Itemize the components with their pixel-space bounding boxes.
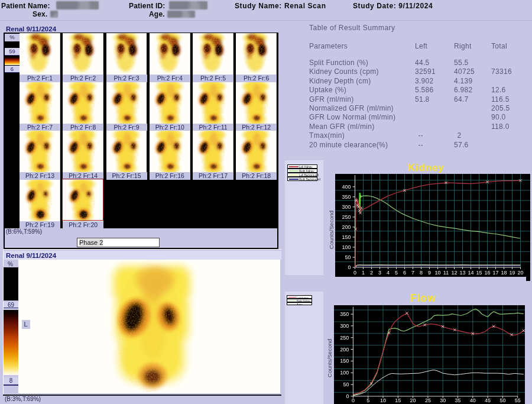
svg-text:50: 50 xyxy=(499,397,505,403)
svg-text:350: 350 xyxy=(340,311,349,317)
svg-text:300: 300 xyxy=(340,322,349,328)
svg-text:2: 2 xyxy=(369,270,372,276)
svg-text:7: 7 xyxy=(411,270,414,276)
svg-text:13: 13 xyxy=(459,270,465,276)
svg-text:9: 9 xyxy=(427,270,430,276)
svg-text:19: 19 xyxy=(509,270,515,276)
svg-text:0: 0 xyxy=(353,270,356,276)
svg-text:5: 5 xyxy=(394,270,397,276)
svg-text:16: 16 xyxy=(484,270,490,276)
svg-text:4: 4 xyxy=(386,270,389,276)
svg-text:250: 250 xyxy=(340,334,349,340)
svg-text:18: 18 xyxy=(501,270,507,276)
svg-text:250: 250 xyxy=(342,214,351,220)
svg-text:0: 0 xyxy=(352,397,355,403)
svg-text:1: 1 xyxy=(361,270,364,276)
svg-text:200: 200 xyxy=(340,346,349,352)
svg-text:300: 300 xyxy=(342,204,351,210)
svg-text:14: 14 xyxy=(468,270,473,276)
svg-text:12: 12 xyxy=(451,270,457,276)
svg-text:3: 3 xyxy=(378,270,381,276)
svg-text:30: 30 xyxy=(440,397,446,403)
svg-text:45: 45 xyxy=(485,397,491,403)
svg-text:11: 11 xyxy=(443,270,448,276)
svg-text:150: 150 xyxy=(340,358,349,364)
svg-text:6: 6 xyxy=(403,270,406,276)
svg-text:10: 10 xyxy=(434,270,440,276)
svg-text:400: 400 xyxy=(342,184,351,190)
svg-text:40: 40 xyxy=(470,397,476,403)
svg-text:20: 20 xyxy=(517,270,523,276)
svg-text:17: 17 xyxy=(492,270,498,276)
svg-text:25: 25 xyxy=(425,397,431,403)
svg-text:50: 50 xyxy=(345,254,351,260)
svg-text:350: 350 xyxy=(342,194,351,200)
svg-text:50: 50 xyxy=(343,382,349,387)
svg-text:0: 0 xyxy=(346,393,349,399)
svg-text:8: 8 xyxy=(419,270,422,276)
svg-text:100: 100 xyxy=(340,370,349,376)
svg-text:35: 35 xyxy=(455,397,460,403)
svg-text:150: 150 xyxy=(342,234,351,240)
svg-text:55: 55 xyxy=(515,397,521,403)
svg-text:200: 200 xyxy=(342,224,351,230)
svg-text:15: 15 xyxy=(395,397,401,403)
svg-text:20: 20 xyxy=(410,397,416,403)
svg-text:5: 5 xyxy=(366,397,369,403)
svg-text:0: 0 xyxy=(348,264,351,270)
svg-text:100: 100 xyxy=(342,244,351,250)
svg-text:10: 10 xyxy=(380,397,386,403)
svg-text:15: 15 xyxy=(476,270,482,276)
